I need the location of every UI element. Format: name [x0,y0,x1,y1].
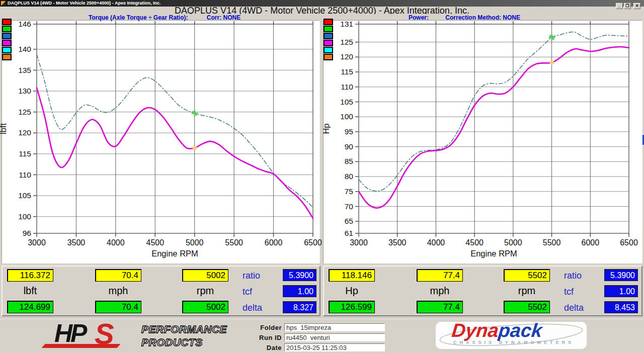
rpm-reference-value: 5502 [504,301,550,313]
run-id-label: Run ID [251,334,282,341]
power-reference-value: 126.599 [329,301,375,313]
torque-unit-label: lbft [7,285,53,297]
run-id-field-row: Run ID [251,333,385,341]
torque-chart-header: Torque (Axle Torque ÷ Gear Ratio): Corr:… [89,14,240,21]
legend-swatch [2,54,12,60]
close-button[interactable]: ✕ [633,3,640,9]
torque-header-label: Torque (Axle Torque ÷ Gear Ratio): [89,14,188,21]
svg-text:61: 61 [345,229,353,237]
speed-unit-label: mph [95,285,141,297]
torque-cursor-value: 116.372 [7,269,53,282]
reference-run-curve [359,32,629,191]
svg-text:3000: 3000 [350,238,368,247]
delta-label: delta [564,303,584,313]
legend-swatch [324,47,333,53]
folder-field-row: Folder [251,323,385,331]
power-readout-panel: 118.146 77.4 5502 Hp mph rpm 126.599 77.… [323,266,642,316]
svg-text:6000: 6000 [581,238,599,247]
date-label: Date [251,344,282,351]
restore-button[interactable]: ❐ [624,3,631,9]
svg-text:95: 95 [345,127,353,136]
legend-swatch [2,40,12,46]
hps-tagline-line1: PERFORMANCE [141,323,227,336]
dynapack-dyna: Dyna [451,320,500,341]
svg-text:Engine RPM: Engine RPM [470,249,517,258]
rpm-cursor-value: 5002 [182,269,228,282]
titlebar: DAQPLUS V14 (4WD - Motor Vehicle 2500+40… [0,0,644,7]
svg-text:70: 70 [345,202,354,211]
tcf-value: 1.00 [283,285,316,297]
svg-text:5500: 5500 [543,238,561,247]
speed-reference-value: 77.4 [417,301,463,313]
svg-text:6500: 6500 [620,238,638,247]
power-cursor-value: 118.146 [329,269,375,282]
speed-unit-label: mph [417,285,463,297]
window-controls: _ ❐ ✕ [616,3,640,9]
power-header-label: Power: [409,14,429,21]
legend-swatch [324,19,333,25]
svg-text:4000: 4000 [427,238,445,247]
run-id-input[interactable] [284,333,385,341]
svg-text:5000: 5000 [504,238,522,247]
speed-cursor-value: 77.4 [417,269,463,282]
date-input[interactable] [284,343,385,351]
svg-text:120: 120 [340,52,353,61]
reference-cursor-marker [549,35,554,40]
legend-swatch [2,19,12,25]
rpm-cursor-value: 5502 [504,269,550,282]
svg-text:65: 65 [345,217,353,225]
hps-logo-tagline: PERFORMANCE PRODUCTS [141,323,227,349]
legend-swatch [324,33,333,39]
svg-text:80: 80 [345,172,354,181]
power-corr-label: Correction Method: NONE [445,14,520,21]
delta-value: 8.327 [283,301,316,313]
torque-reference-value: 124.699 [7,301,53,313]
torque-corr-label: Corr: NONE [207,14,240,21]
torque-legend [2,19,12,61]
power-chart-header: Power: Correction Method: NONE [409,14,520,21]
tcf-label: tcf [243,287,252,297]
speed-cursor-value: 70.4 [95,269,141,282]
hps-logo: HP S PERFORMANCE PRODUCTS [38,323,222,352]
delta-label: delta [243,303,262,313]
legend-swatch [2,47,12,53]
dynapack-wordmark: Dynapack [451,320,543,341]
date-field-row: Date [251,343,385,351]
legend-swatch [324,54,333,60]
ratio-value: 5.3900 [283,269,316,281]
hps-logo-s: S [95,317,114,350]
svg-text:75: 75 [345,187,353,196]
svg-text:105: 105 [340,98,353,106]
ratio-value: 5.3900 [604,269,638,281]
folder-input[interactable] [284,323,385,331]
svg-text:131: 131 [340,20,353,28]
titlebar-text: DAQPLUS V14 (4WD - Motor Vehicle 2500+40… [8,1,161,6]
hps-logo-hp: HP [54,319,85,348]
minimize-button[interactable]: _ [616,3,623,9]
dynapack-subtitle: CHASSIS DYNAMOMETERS [446,340,582,345]
dynapack-logo: Dynapack CHASSIS DYNAMOMETERS [436,322,587,349]
svg-text:Hp: Hp [321,123,331,134]
app-icon [1,1,6,6]
legend-swatch [324,26,333,32]
rpm-unit-label: rpm [182,285,228,297]
legend-swatch [2,26,12,32]
folder-label: Folder [251,324,282,331]
svg-text:90: 90 [345,142,354,151]
rpm-reference-value: 5002 [182,301,228,313]
footer-bar: HP S PERFORMANCE PRODUCTS Folder Run ID … [0,318,644,353]
svg-text:4500: 4500 [465,238,484,247]
power-legend [324,19,333,61]
ratio-label: ratio [243,271,260,281]
tcf-value: 1.00 [604,285,638,297]
legend-swatch [2,33,12,39]
tcf-label: tcf [564,287,574,297]
svg-text:125: 125 [340,38,353,46]
current-cursor-marker [549,60,554,65]
delta-value: 8.453 [604,301,638,313]
svg-text:100: 100 [340,112,353,121]
svg-text:115: 115 [341,67,353,76]
power-chart[interactable]: 1311251201151101051009590858075706561300… [0,0,644,263]
current-run-curve [359,47,629,208]
svg-text:3500: 3500 [388,238,407,247]
